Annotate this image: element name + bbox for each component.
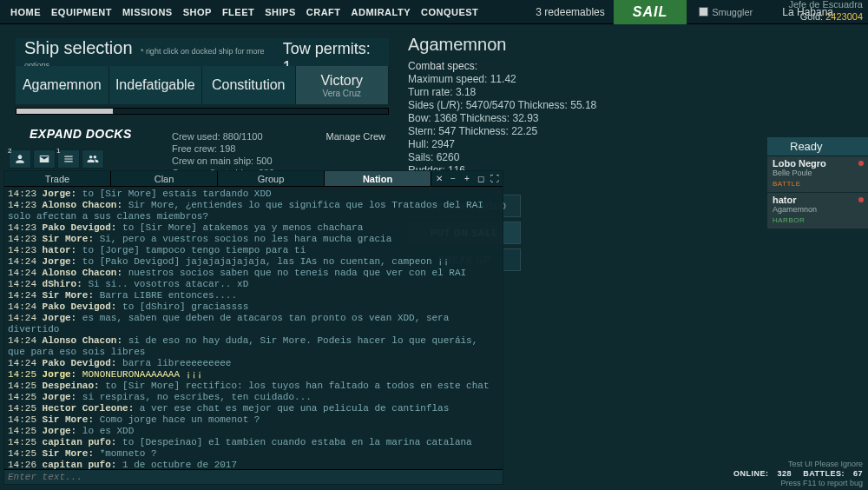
chat-tab-clan[interactable]: Clan [111, 171, 218, 186]
chat-tab-group[interactable]: Group [218, 171, 325, 186]
plus-icon[interactable]: + [461, 173, 473, 185]
nav-conquest[interactable]: CONQUEST [416, 0, 483, 24]
fleet-player[interactable]: Lobo NegroBelle PouleBATTLE [767, 156, 868, 193]
chat-line: 14:25 capitan pufo: to [Despeinao] el ta… [8, 437, 499, 448]
spec-line: Maximum speed: 11.42 [408, 73, 694, 86]
expand-icon[interactable]: ⛶ [489, 173, 501, 185]
chat-line: 14:26 capitan pufo: 1 de octubre de 2017 [8, 460, 499, 469]
spec-line: Sides (L/R): 5470/5470 Thickness: 55.18 [408, 99, 694, 112]
chat-line: 14:24 Jorge: es mas, saben que deben de … [8, 313, 499, 335]
sail-button[interactable]: SAIL [614, 0, 687, 24]
chat-line: 14:24 Sir More: Barra LIBRE entonces.... [8, 290, 499, 301]
redeemables-link[interactable]: 3 redeemables [527, 0, 613, 24]
chat-tab-nation[interactable]: Nation [325, 171, 431, 186]
friends-badge: 2 [8, 147, 11, 155]
nav-fleet[interactable]: FLEET [217, 0, 260, 24]
dock-progress [16, 108, 389, 115]
battles-label: BATTLES: [803, 469, 845, 478]
spec-line: Sails: 6260 [408, 151, 694, 164]
ship-tab-victory[interactable]: VictoryVera Cruz [296, 66, 390, 104]
gold-value: 2423004 [825, 11, 863, 22]
online-label: ONLINE: [733, 469, 769, 478]
nav-shop[interactable]: SHOP [178, 0, 217, 24]
chat-tabs: TradeClanGroupNation✕−+◻⛶ [4, 171, 503, 187]
nav-equipment[interactable]: EQUIPMENT [46, 0, 117, 24]
chat-input-wrap [4, 469, 503, 484]
server-stats: ONLINE:328 BATTLES:67 [725, 469, 863, 479]
chat-line: 14:24 dShiro: Si si.. vosotros atacar.. … [8, 279, 499, 290]
ship-tab-name: Victory [320, 73, 363, 89]
popout-icon[interactable]: ◻ [475, 173, 487, 185]
ready-button[interactable]: Ready [767, 137, 868, 156]
chat-line: 14:23 Jorge: to [Sir More] estais tardan… [8, 189, 499, 200]
ship-tab-name: Agamemnon [23, 77, 102, 93]
ship-tab-constitution[interactable]: Constitution [202, 66, 296, 104]
ship-tab-indefatigable[interactable]: Indefatigable [109, 66, 203, 104]
ship-selection-panel: Ship selection * right click on docked s… [16, 38, 389, 141]
report-bug-note: Press F11 to report bug [725, 479, 863, 488]
chat-input[interactable] [8, 471, 499, 485]
nav-admiralty[interactable]: ADMIRALTY [346, 0, 416, 24]
social-button[interactable] [82, 149, 104, 169]
close-icon[interactable]: ✕ [433, 173, 445, 185]
smuggler-label: Smuggler [712, 7, 753, 17]
chat-line: 14:24 Pako Devigod: barra libreeeeeeeee [8, 358, 499, 369]
spec-line: Stern: 547 Thickness: 22.25 [408, 125, 694, 138]
fleet-player-ship: Belle Poule [773, 169, 863, 178]
manage-crew-button[interactable]: Manage Crew [326, 130, 385, 142]
crew-main: Crew on main ship: 500 [172, 155, 389, 167]
fleet-player-name: hator [773, 195, 797, 205]
ship-tab-port: Vera Cruz [323, 89, 361, 98]
chat-line: 14:25 Despeinao: to [Sir More] rectifico… [8, 381, 499, 392]
chat-line: 14:24 Pako Devigod: to [dShiro] graciass… [8, 301, 499, 313]
nav-home[interactable]: HOME [5, 0, 46, 24]
fleet-player-ship: Agamemnon [773, 205, 863, 215]
ship-tab-name: Indefatigable [115, 77, 195, 93]
chat-line: 14:23 Alonso Chacon: Sir More, ¿entiende… [8, 200, 499, 222]
mail-icon [38, 153, 50, 165]
chat-log[interactable]: 14:23 Jorge: to [Sir More] estais tardan… [4, 187, 503, 469]
ship-tab-name: Constitution [212, 77, 286, 93]
smuggler-toggle[interactable]: Smuggler [687, 7, 765, 17]
ship-tab-agamemnon[interactable]: Agamemnon [16, 66, 109, 104]
rank-label: Jefe de Escuadra [788, 0, 863, 10]
nav-ships[interactable]: SHIPS [260, 0, 301, 24]
battles-value: 67 [853, 469, 863, 478]
ready-panel: Ready Lobo NegroBelle PouleBATTLEhatorAg… [767, 137, 868, 229]
nav-craft[interactable]: CRAFT [301, 0, 346, 24]
gold-label: Gold: [800, 11, 823, 22]
chat-line: 14:25 Sir More: *momneto ? [8, 448, 499, 460]
friends-button[interactable]: 2 [9, 149, 31, 169]
status-dot-icon [858, 161, 864, 166]
chat-line: 14:25 Jorge: si respiras, no escribes, t… [8, 392, 499, 403]
list-button[interactable]: 1 [57, 149, 80, 169]
chat-line: 14:23 Pako Devigod: to [Sir More] atakem… [8, 222, 499, 234]
fleet-player-status: HARBOR [773, 216, 805, 224]
spec-line: Hull: 2947 [408, 138, 694, 151]
nav-missions[interactable]: MISSIONS [117, 0, 178, 24]
player-summary: Jefe de Escuadra Gold: 2423004 [788, 0, 863, 23]
list-icon [62, 153, 75, 165]
spec-line: Bow: 1368 Thickness: 32.93 [408, 112, 694, 125]
chat-line: 14:24 Jorge: to [Pako Devigod] jajajajaj… [8, 256, 499, 268]
combat-specs-header: Combat specs: [408, 60, 694, 73]
ship-tabs: AgamemnonIndefatigableConstitutionVictor… [16, 66, 389, 104]
checkbox-icon[interactable] [699, 7, 708, 17]
chat-line: 14:25 Hector Corleone: a ver ese chat es… [8, 403, 499, 414]
ship-detail-name: Agamemnon [408, 38, 694, 51]
chat-line: 14:25 Jorge: MONONEURONAAAAAAA ¡¡¡ [8, 369, 499, 381]
chat-tab-trade[interactable]: Trade [4, 171, 111, 186]
topbar: HOMEEQUIPMENTMISSIONSSHOPFLEETSHIPSCRAFT… [0, 0, 868, 24]
top-nav: HOMEEQUIPMENTMISSIONSSHOPFLEETSHIPSCRAFT… [0, 0, 483, 24]
mail-button[interactable] [33, 149, 56, 169]
chat-line: 14:23 Sir More: Si, pero a vuestros soci… [8, 234, 499, 245]
fleet-player-status: BATTLE [773, 180, 801, 188]
status-dot-icon [858, 197, 864, 202]
crew-used: Crew used: 880/1100 [172, 131, 263, 142]
chat-line: 14:24 Alonso Chacon: si de eso no hay du… [8, 335, 499, 358]
test-ui-note: Test UI Please Ignore [725, 460, 863, 469]
minus-icon[interactable]: − [447, 173, 459, 185]
fleet-player[interactable]: hatorAgamemnonHARBOR [767, 193, 868, 229]
quick-buttons: 2 1 [9, 149, 104, 169]
fleet-player-name: Lobo Negro [773, 158, 826, 169]
